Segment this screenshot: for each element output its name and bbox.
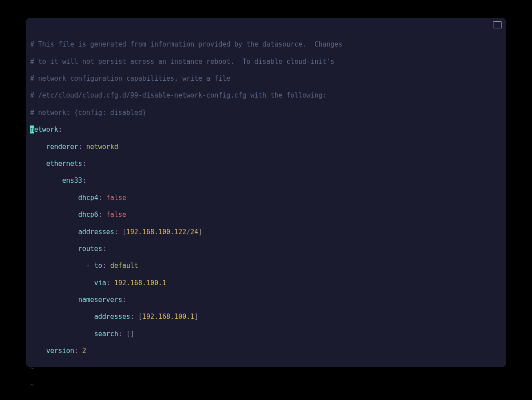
comment-line: # This file is generated from informatio… [30,40,342,48]
yaml-key-routes: routes [78,245,102,253]
comment-line: # /etc/cloud/cloud.cfg.d/99-disable-netw… [30,91,326,99]
vim-editor[interactable]: # This file is generated from informatio… [30,22,502,400]
yaml-key-network: etwork [34,125,58,133]
comment-line: # network configuration capabilities, wr… [30,75,231,82]
yaml-value-dhcp6: false [106,211,126,219]
yaml-key-renderer: renderer [46,143,78,151]
yaml-value-search: [] [126,330,134,338]
comment-line: # network: {config: disabled} [30,109,146,117]
yaml-value-ns-address: 192.168.100.1 [142,313,194,321]
yaml-key-route-to: to [94,262,102,270]
yaml-key-dhcp6: dhcp6 [78,211,98,219]
panel-right-icon [493,21,502,28]
yaml-value-renderer: networkd [86,143,118,151]
empty-line-tilde: ~ [30,364,34,372]
yaml-address-ip: 192.168.100.122 [126,228,186,236]
yaml-value-version: 2 [82,347,86,355]
comment-line: # to it will not persist across an insta… [30,58,334,66]
yaml-key-iface: ens33 [62,176,82,184]
empty-line-tilde: ~ [30,398,34,400]
yaml-list-dash: - [86,262,94,270]
cursor: n [30,125,34,133]
yaml-key-nameservers: nameservers [78,296,122,304]
yaml-value-route-via: 192.168.100.1 [114,279,166,287]
yaml-key-version: version [46,347,74,355]
terminal-window[interactable]: # This file is generated from informatio… [26,18,506,367]
yaml-address-prefix: 24 [190,228,198,236]
yaml-key-addresses: addresses [78,228,114,236]
empty-line-tilde: ~ [30,381,34,389]
yaml-key-ethernets: ethernets [46,160,82,168]
yaml-value-dhcp4: false [106,194,126,202]
yaml-value-route-to: default [110,262,138,270]
yaml-key-ns-addresses: addresses [94,313,130,321]
yaml-key-route-via: via [94,279,106,287]
yaml-key-dhcp4: dhcp4 [78,194,98,202]
colon: : [58,125,62,133]
yaml-key-search: search [94,330,118,338]
